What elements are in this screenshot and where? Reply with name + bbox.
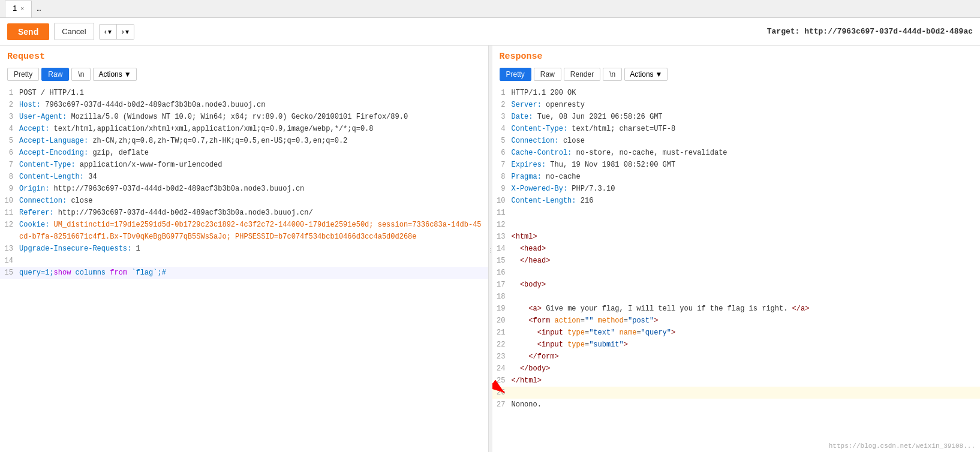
table-row: 3User-Agent: Mozilla/5.0 (Windows NT 10.… [0, 111, 488, 123]
request-raw-button[interactable]: Raw [41, 68, 69, 81]
table-row: 9X-Powered-By: PHP/7.3.10 [492, 183, 981, 195]
response-actions-button[interactable]: Actions ▼ [624, 68, 668, 81]
response-code-area[interactable]: 1HTTP/1.1 200 OK2Server: openresty3Date:… [492, 85, 981, 452]
table-row: 10Content-Length: 216 [492, 195, 981, 207]
line-number: 6 [2, 147, 19, 159]
request-actions-label: Actions [98, 70, 122, 79]
line-number: 15 [495, 255, 512, 267]
line-number: 24 [495, 363, 512, 375]
table-row: 12 [492, 219, 981, 231]
request-code-area[interactable]: 1POST / HTTP/1.12Host: 7963c697-037d-444… [0, 85, 488, 452]
table-row: 5Accept-Language: zh-CN,zh;q=0.8,zh-TW;q… [0, 135, 488, 147]
line-number: 23 [495, 351, 512, 363]
line-number: 7 [495, 159, 512, 171]
line-content: <input type="text" name="query"> [512, 327, 978, 339]
line-number: 4 [495, 123, 512, 135]
response-actions-label: Actions [630, 70, 653, 79]
line-content: Server: openresty [512, 99, 978, 111]
tab-bar: 1 × … [0, 0, 980, 18]
response-panel: Response Pretty Raw Render \n Actions ▼ … [492, 46, 981, 452]
line-number: 17 [495, 279, 512, 291]
table-row: 12Cookie: UM_distinctid=179d1e2591d5d-0b… [0, 219, 488, 243]
request-panel-toolbar: Pretty Raw \n Actions ▼ [0, 65, 488, 85]
table-row: 11 [492, 207, 981, 219]
line-number: 11 [2, 207, 19, 219]
table-row: 13<html> [492, 231, 981, 243]
line-content: </form> [512, 351, 978, 363]
line-content: Origin: http://7963c697-037d-444d-b0d2-4… [19, 183, 486, 195]
table-row: 6Cache-Control: no-store, no-cache, must… [492, 147, 981, 159]
request-actions-chevron-icon: ▼ [124, 70, 131, 79]
response-actions-chevron-icon: ▼ [656, 70, 663, 79]
line-number: 26 [495, 387, 512, 399]
table-row: 1POST / HTTP/1.1 [0, 87, 488, 99]
table-row: 15 </head> [492, 255, 981, 267]
line-content: Content-Type: application/x-www-form-url… [19, 159, 486, 171]
nav-back-button[interactable]: ‹ ▾ [100, 25, 117, 39]
line-number: 22 [495, 339, 512, 351]
nav-back-arrow-icon: ▾ [108, 28, 112, 36]
line-content: <form action="" method="post"> [512, 315, 978, 327]
line-content: <body> [512, 279, 978, 291]
line-number: 18 [495, 291, 512, 303]
send-button[interactable]: Send [7, 23, 49, 40]
line-content: Content-Type: text/html; charset=UTF-8 [512, 123, 978, 135]
table-row: 23 </form> [492, 351, 981, 363]
table-row: 7Content-Type: application/x-www-form-ur… [0, 159, 488, 171]
table-row: 14 [0, 255, 488, 267]
request-pretty-button[interactable]: Pretty [7, 68, 39, 81]
table-row: 17 <body> [492, 279, 981, 291]
line-content: <a> Give me your flag, I will tell you i… [512, 303, 978, 315]
tab-1[interactable]: 1 × [5, 1, 32, 17]
line-number: 4 [2, 123, 19, 135]
table-row: 4Content-Type: text/html; charset=UTF-8 [492, 123, 981, 135]
line-number: 1 [495, 87, 512, 99]
response-panel-title: Response [492, 46, 981, 65]
line-content: <input type="submit"> [512, 339, 978, 351]
table-row: 4Accept: text/html,application/xhtml+xml… [0, 123, 488, 135]
table-row: 6Accept-Encoding: gzip, deflate [0, 147, 488, 159]
response-newline-button[interactable]: \n [603, 68, 622, 81]
toolbar: Send Cancel ‹ ▾ › ▾ Target: http://7963c… [0, 18, 980, 46]
line-number: 12 [2, 219, 19, 231]
table-row: 18 [492, 291, 981, 303]
line-content [512, 219, 978, 231]
tab-close-icon[interactable]: × [20, 6, 24, 13]
line-number: 14 [2, 255, 19, 267]
tab-number: 1 [13, 5, 17, 13]
table-row: 22 <input type="submit"> [492, 339, 981, 351]
line-number: 10 [495, 195, 512, 207]
request-actions-button[interactable]: Actions ▼ [93, 68, 136, 81]
table-row: 8Pragma: no-cache [492, 171, 981, 183]
table-row: 16 [492, 267, 981, 279]
line-content [512, 267, 978, 279]
table-row: 2Host: 7963c697-037d-444d-b0d2-489acf3b3… [0, 99, 488, 111]
line-content: Cache-Control: no-store, no-cache, must-… [512, 147, 978, 159]
table-row: 1HTTP/1.1 200 OK [492, 87, 981, 99]
request-panel-title: Request [0, 46, 488, 65]
nav-forward-button[interactable]: › ▾ [117, 25, 134, 39]
cancel-button[interactable]: Cancel [54, 23, 94, 40]
response-pretty-button[interactable]: Pretty [500, 68, 531, 81]
line-content: <html> [512, 231, 978, 243]
response-render-button[interactable]: Render [564, 68, 600, 81]
request-newline-button[interactable]: \n [71, 68, 91, 81]
line-number: 10 [2, 195, 19, 207]
line-content: query=1;show columns from `flag`;# [19, 267, 486, 279]
line-number: 27 [495, 399, 512, 411]
line-number: 15 [2, 267, 19, 279]
line-content: Pragma: no-cache [512, 171, 978, 183]
line-content [512, 291, 978, 303]
line-number: 25 [495, 375, 512, 387]
response-raw-button[interactable]: Raw [534, 68, 561, 81]
tab-ellipsis: … [32, 2, 46, 16]
line-content: X-Powered-By: PHP/7.3.10 [512, 183, 978, 195]
line-content: Connection: close [512, 135, 978, 147]
line-content: Accept-Encoding: gzip, deflate [19, 147, 486, 159]
table-row: 27Nonono. [492, 399, 981, 411]
watermark: https://blog.csdn.net/weixin_39108... [829, 442, 975, 450]
table-row: 15query=1;show columns from `flag`;# [0, 267, 488, 279]
table-row: 11Referer: http://7963c697-037d-444d-b0d… [0, 207, 488, 219]
line-content: Connection: close [19, 195, 486, 207]
table-row: 3Date: Tue, 08 Jun 2021 06:58:26 GMT [492, 111, 981, 123]
